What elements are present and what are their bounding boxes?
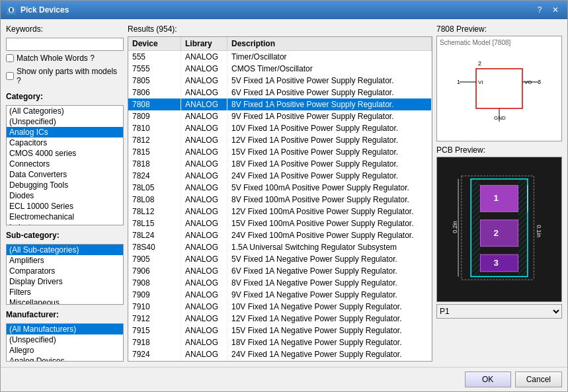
table-row[interactable]: 7805ANALOG5V Fixed 1A Positive Power Sup…: [128, 75, 432, 87]
device-cell: 7815: [128, 146, 181, 158]
svg-text:GND: GND: [494, 115, 506, 121]
category-item[interactable]: (All Categories): [7, 106, 123, 116]
table-row[interactable]: 7909ANALOG9V Fixed 1A Negative Power Sup…: [128, 289, 432, 301]
svg-rect-2: [10, 8, 13, 12]
category-item[interactable]: Inductors: [7, 222, 123, 225]
table-row[interactable]: 7918ANALOG18V Fixed 1A Negative Power Su…: [128, 336, 432, 348]
category-item[interactable]: (Unspecified): [7, 116, 123, 127]
category-item[interactable]: Debugging Tools: [7, 180, 123, 190]
category-item[interactable]: Data Converters: [7, 169, 123, 180]
library-cell: ANALOG: [181, 134, 227, 146]
device-cell: 78L15: [128, 217, 181, 229]
show-only-parts-row: Show only parts with models ?: [6, 67, 124, 85]
pcb-preview-section: PCB Preview: 0.2in 0.1in: [436, 145, 562, 319]
description-cell: CMOS Timer/Oscillator: [227, 63, 432, 75]
keywords-input[interactable]: [6, 38, 124, 51]
manufacturer-item[interactable]: Allegro: [7, 345, 123, 356]
subcategory-item[interactable]: Amplifiers: [7, 255, 123, 266]
table-row[interactable]: 7809ANALOG9V Fixed 1A Positive Power Sup…: [128, 110, 432, 122]
svg-rect-23: [480, 185, 518, 212]
category-item[interactable]: Analog ICs: [7, 127, 123, 137]
show-only-parts-checkbox[interactable]: [6, 72, 14, 80]
table-body[interactable]: 555ANALOGTimer/Oscillator7555ANALOGCMOS …: [128, 51, 432, 361]
category-item[interactable]: ECL 10000 Series: [7, 201, 123, 212]
device-cell: 7812: [128, 134, 181, 146]
device-cell: 78L24: [128, 229, 181, 241]
manufacturer-item[interactable]: (Unspecified): [7, 334, 123, 345]
table-row[interactable]: 7924ANALOG24V Fixed 1A Negative Power Su…: [128, 348, 432, 360]
library-cell: ANALOG: [181, 206, 227, 217]
device-cell: 7909: [128, 289, 181, 301]
manufacturer-list[interactable]: (All Manufacturers)(Unspecified)AllegroA…: [6, 323, 124, 362]
device-cell: 7912: [128, 313, 181, 325]
table-row[interactable]: 7818ANALOG18V Fixed 1A Positive Power Su…: [128, 158, 432, 170]
svg-text:0.2in: 0.2in: [452, 221, 458, 233]
title-bar: Pick Devices ? ✕: [1, 1, 567, 19]
device-cell: 7555: [128, 63, 181, 75]
table-row[interactable]: 78L24ANALOG24V Fixed 100mA Positive Powe…: [128, 229, 432, 241]
table-row[interactable]: 7912ANALOG12V Fixed 1A Negative Power Su…: [128, 313, 432, 325]
description-cell: 9V Fixed 1A Positive Power Supply Regula…: [227, 110, 432, 122]
category-list[interactable]: (All Categories)(Unspecified)Analog ICsC…: [6, 105, 124, 225]
category-item[interactable]: Connectors: [7, 159, 123, 169]
pcb-model-dropdown: P1: [436, 304, 562, 319]
help-button[interactable]: ?: [533, 4, 546, 16]
library-cell: ANALOG: [181, 265, 227, 277]
table-row[interactable]: 7555ANALOGCMOS Timer/Oscillator: [128, 63, 432, 75]
manufacturer-item[interactable]: Analog Devices: [7, 356, 123, 362]
subcategory-item[interactable]: Miscellaneous: [7, 297, 123, 304]
table-row[interactable]: 78S40ANALOG1.5A Universal Switching Regu…: [128, 241, 432, 253]
table-row[interactable]: 7815ANALOG15V Fixed 1A Positive Power Su…: [128, 146, 432, 158]
table-row[interactable]: 78L12ANALOG12V Fixed 100mA Positive Powe…: [128, 206, 432, 217]
table-row[interactable]: 7908ANALOG8V Fixed 1A Negative Power Sup…: [128, 277, 432, 289]
description-cell: 15V Fixed 100mA Positive Power Supply Re…: [227, 217, 432, 229]
subcategory-item[interactable]: Comparators: [7, 266, 123, 276]
manufacturer-label: Manufacturer:: [6, 310, 124, 319]
match-whole-words-row: Match Whole Words ?: [6, 54, 124, 63]
table-row[interactable]: 7808ANALOG8V Fixed 1A Positive Power Sup…: [128, 98, 432, 110]
table-row[interactable]: 7905ANALOG5V Fixed 1A Negative Power Sup…: [128, 253, 432, 265]
title-bar-left: Pick Devices: [6, 5, 69, 15]
library-cell: ANALOG: [181, 87, 227, 98]
table-column-header: Description: [227, 37, 432, 50]
manufacturer-item[interactable]: (All Manufacturers): [7, 324, 123, 334]
subcategory-item[interactable]: Filters: [7, 287, 123, 297]
table-header: DeviceLibraryDescription: [128, 37, 432, 51]
table-row[interactable]: 78L15ANALOG15V Fixed 100mA Positive Powe…: [128, 217, 432, 229]
device-cell: 78L08: [128, 194, 181, 206]
table-row[interactable]: 7810ANALOG10V Fixed 1A Positive Power Su…: [128, 122, 432, 134]
subcategory-label: Sub-category:: [6, 231, 124, 240]
preview-label: 7808 Preview:: [436, 24, 562, 34]
close-button[interactable]: ✕: [549, 4, 562, 16]
subcategory-item[interactable]: (All Sub-categories): [7, 245, 123, 255]
table-row[interactable]: 79L05ANALOG5V Fixed 100mA Negative Power…: [128, 360, 432, 361]
device-cell: 7808: [128, 98, 181, 110]
table-row[interactable]: 555ANALOGTimer/Oscillator: [128, 51, 432, 63]
category-item[interactable]: CMOS 4000 series: [7, 148, 123, 159]
match-whole-words-checkbox[interactable]: [6, 54, 14, 62]
ok-button[interactable]: OK: [465, 372, 511, 387]
svg-text:3: 3: [538, 79, 541, 85]
table-row[interactable]: 7915ANALOG15V Fixed 1A Negative Power Su…: [128, 325, 432, 336]
category-item[interactable]: Electromechanical: [7, 212, 123, 222]
device-cell: 7824: [128, 170, 181, 182]
subcategory-item[interactable]: Display Drivers: [7, 276, 123, 287]
pcb-model-select[interactable]: P1: [436, 304, 562, 319]
table-row[interactable]: 7906ANALOG6V Fixed 1A Negative Power Sup…: [128, 265, 432, 277]
device-cell: 7805: [128, 75, 181, 87]
svg-rect-3: [476, 69, 522, 108]
description-cell: 12V Fixed 100mA Positive Power Supply Re…: [227, 206, 432, 217]
subcategory-list[interactable]: (All Sub-categories)AmplifiersComparator…: [6, 244, 124, 304]
match-whole-words-label: Match Whole Words ?: [17, 54, 95, 63]
table-row[interactable]: 78L05ANALOG5V Fixed 100mA Positive Power…: [128, 182, 432, 194]
category-item[interactable]: Capacitors: [7, 137, 123, 148]
show-only-parts-label: Show only parts with models ?: [17, 67, 124, 85]
cancel-button[interactable]: Cancel: [515, 372, 562, 387]
table-row[interactable]: 78L08ANALOG8V Fixed 100mA Positive Power…: [128, 194, 432, 206]
category-label: Category:: [6, 92, 124, 101]
table-row[interactable]: 7824ANALOG24V Fixed 1A Positive Power Su…: [128, 170, 432, 182]
table-row[interactable]: 7812ANALOG12V Fixed 1A Positive Power Su…: [128, 134, 432, 146]
table-row[interactable]: 7910ANALOG10V Fixed 1A Negative Power Su…: [128, 301, 432, 313]
table-row[interactable]: 7806ANALOG6V Fixed 1A Positive Power Sup…: [128, 87, 432, 98]
category-item[interactable]: Diodes: [7, 190, 123, 201]
